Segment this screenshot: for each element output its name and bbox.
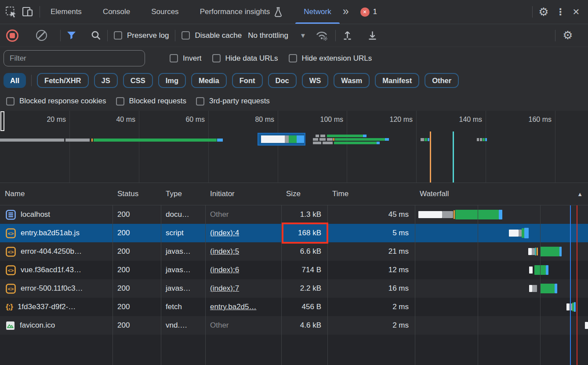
- initiator-link[interactable]: (index):6: [210, 266, 239, 274]
- blocked-response-cookies-checkbox[interactable]: Blocked response cookies: [6, 97, 106, 106]
- initiator-link[interactable]: entry.ba2d5…: [210, 303, 257, 311]
- blocked-requests-checkbox[interactable]: Blocked requests: [116, 97, 186, 106]
- filter-chip-manifest[interactable]: Manifest: [375, 73, 419, 88]
- waterfall-bar-segment: [585, 322, 588, 329]
- overview-tick-label: 60 ms: [178, 116, 205, 124]
- tab-console[interactable]: Console: [92, 0, 141, 24]
- overview-selection-handle[interactable]: [0, 111, 4, 131]
- initiator-cell: entry.ba2d5…: [205, 298, 281, 316]
- waterfall-bar-segment: [499, 210, 502, 219]
- tab-network[interactable]: Network: [293, 0, 341, 24]
- tab-label: Network: [304, 7, 331, 16]
- overview-tick-label: 100 ms: [316, 116, 343, 124]
- checkbox[interactable]: [181, 31, 190, 40]
- tab-performance-insights[interactable]: Performance insights: [189, 0, 294, 24]
- column-header-status[interactable]: Status: [113, 183, 161, 205]
- network-overview-timeline[interactable]: 20 ms40 ms60 ms80 ms100 ms120 ms140 ms16…: [0, 111, 588, 183]
- network-conditions-icon[interactable]: [315, 30, 329, 41]
- document-icon: [6, 210, 16, 220]
- filter-chip-fetch-xhr[interactable]: Fetch/XHR: [37, 73, 88, 88]
- preserve-log-label: Preserve log: [127, 31, 169, 40]
- initiator-link[interactable]: (index):4: [210, 229, 239, 237]
- name-cell: <>vue.f36acd1f.43…: [0, 261, 113, 279]
- name-cell: <>entry.ba2d51ab.js: [0, 224, 113, 242]
- filter-chip-js[interactable]: JS: [94, 73, 118, 88]
- column-header-type[interactable]: Type: [161, 183, 205, 205]
- filter-chip-wasm[interactable]: Wasm: [334, 73, 370, 88]
- column-header-initiator[interactable]: Initiator: [205, 183, 281, 205]
- overview-gridline: [347, 111, 347, 182]
- preserve-log-checkbox[interactable]: Preserve log: [114, 31, 169, 40]
- disable-cache-label: Disable cache: [195, 31, 242, 40]
- type-cell: fetch: [161, 298, 205, 316]
- column-header-name[interactable]: Name: [0, 183, 113, 205]
- column-header-size[interactable]: Size: [281, 183, 327, 205]
- flask-icon: [274, 7, 283, 18]
- request-row-localhost[interactable]: localhost200docu…Other1.3 kB45 ms: [0, 205, 588, 224]
- 3rd-party-requests-checkbox[interactable]: 3rd-party requests: [196, 97, 270, 106]
- column-header-time[interactable]: Time: [327, 183, 415, 205]
- request-row-1fd3e337-d9f2[interactable]: {;}1fd3e337-d9f2-…200fetchentry.ba2d5…45…: [0, 298, 588, 316]
- filter-chip-css[interactable]: CSS: [123, 73, 153, 88]
- request-row-favicon-ico[interactable]: favicon.ico200vnd.…Other4.6 kB2 ms: [0, 316, 588, 335]
- hide-data-urls-checkbox[interactable]: Hide data URLs: [212, 54, 278, 63]
- overview-request-bar: [217, 139, 223, 142]
- more-options-dots-icon[interactable]: ⋮: [555, 7, 566, 17]
- error-badge[interactable]: ✕ 1: [360, 7, 377, 17]
- filter-chip-font[interactable]: Font: [232, 73, 263, 88]
- filter-chip-media[interactable]: Media: [191, 73, 227, 88]
- search-icon[interactable]: [91, 30, 101, 40]
- waterfall-bar-segment: [418, 211, 442, 218]
- column-separator: [281, 183, 282, 365]
- checkbox[interactable]: [170, 54, 178, 62]
- disable-cache-checkbox[interactable]: Disable cache: [181, 31, 242, 40]
- clear-network-log-icon[interactable]: [36, 30, 47, 41]
- tab-sources[interactable]: Sources: [141, 0, 189, 24]
- filter-chip-ws[interactable]: WS: [302, 73, 329, 88]
- device-toolbar-icon[interactable]: [22, 6, 33, 18]
- column-header-waterfall[interactable]: Waterfall▲: [415, 183, 588, 205]
- filter-chip-doc[interactable]: Doc: [268, 73, 297, 88]
- request-row-vue-f36acd1f-43[interactable]: <>vue.f36acd1f.43…200javas…(index):6714 …: [0, 261, 588, 279]
- filter-funnel-icon[interactable]: [67, 31, 76, 40]
- initiator-link[interactable]: (index):5: [210, 247, 239, 256]
- checkbox-label: Hide extension URLs: [302, 54, 372, 63]
- request-row-entry-ba2d51ab-js[interactable]: <>entry.ba2d51ab.js200script(index):4168…: [0, 224, 588, 242]
- filter-chip-all[interactable]: All: [4, 73, 26, 88]
- request-row-error-404-4250b[interactable]: <>error-404.4250b…200javas…(index):56.6 …: [0, 242, 588, 261]
- throttling-dropdown[interactable]: No throttling ▼: [248, 31, 306, 40]
- size-highlight-annotation: [282, 223, 328, 244]
- export-har-download-icon[interactable]: [367, 30, 378, 41]
- network-settings-gear-icon[interactable]: ⚙: [558, 29, 577, 42]
- filter-input[interactable]: [4, 50, 145, 66]
- invert-checkbox[interactable]: Invert: [170, 54, 202, 63]
- hide-extension-urls-checkbox[interactable]: Hide extension URLs: [289, 54, 372, 63]
- name-cell: favicon.ico: [0, 316, 113, 335]
- divider: [555, 30, 555, 41]
- record-icon: [10, 33, 15, 38]
- settings-gear-icon[interactable]: ⚙: [535, 5, 552, 19]
- initiator-link[interactable]: (index):7: [210, 284, 239, 293]
- column-header-label: Type: [166, 190, 182, 198]
- tab-elements[interactable]: Elements: [40, 0, 92, 24]
- checkbox[interactable]: [212, 54, 221, 62]
- checkbox[interactable]: [289, 54, 297, 62]
- filter-chip-other[interactable]: Other: [425, 73, 459, 88]
- status-cell: 200: [113, 205, 161, 224]
- import-har-upload-icon[interactable]: [342, 30, 353, 41]
- filter-chip-img[interactable]: Img: [158, 73, 186, 88]
- tab-label: Elements: [51, 7, 82, 16]
- overview-request-bar: [477, 138, 479, 141]
- sort-ascending-icon[interactable]: ▲: [577, 191, 583, 197]
- checkbox[interactable]: [6, 97, 15, 106]
- waterfall-bar-segment: [537, 248, 538, 255]
- request-row-error-500-11f0c3[interactable]: <>error-500.11f0c3…200javas…(index):72.2…: [0, 279, 588, 298]
- checkbox[interactable]: [116, 97, 124, 106]
- checkbox[interactable]: [196, 97, 204, 106]
- inspect-element-icon[interactable]: [5, 6, 17, 18]
- record-network-log-button[interactable]: [6, 29, 18, 42]
- checkbox[interactable]: [114, 31, 122, 40]
- close-devtools-icon[interactable]: ✕: [569, 7, 584, 17]
- more-tabs-chevron-icon[interactable]: »: [343, 5, 348, 18]
- overview-request-bar: [316, 135, 319, 137]
